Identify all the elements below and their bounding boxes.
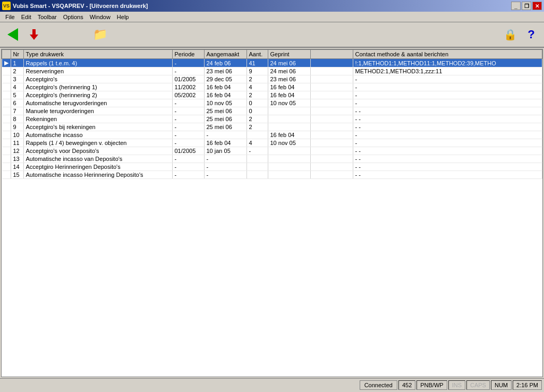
row-aangemaakt: 25 mei 06: [204, 123, 246, 131]
table-row[interactable]: 9Acceptgiro's bij rekeningen-25 mei 062-…: [2, 123, 542, 131]
row-periode: -: [172, 139, 204, 147]
col-geprint: Geprint: [268, 50, 310, 59]
row-indicator: [2, 83, 11, 91]
row-geprint: [268, 155, 310, 163]
folder-icon: 📁: [93, 28, 107, 41]
row-geprint-label: [310, 131, 353, 139]
col-aangemaakt: Aangemaakt: [204, 50, 246, 59]
row-contact: - -: [353, 107, 542, 115]
menu-bar: File Edit Toolbar Options Window Help: [0, 12, 544, 22]
row-periode: -: [172, 123, 204, 131]
row-geprint-label: [310, 123, 353, 131]
row-indicator: [2, 99, 11, 107]
table-row[interactable]: 12Acceptgiro's voor Deposito's01/200510 …: [2, 147, 542, 155]
status-code: 452: [398, 380, 415, 390]
row-periode: -: [172, 115, 204, 123]
row-indicator: [2, 67, 11, 75]
row-periode: -: [172, 163, 204, 171]
status-ins: INS: [448, 380, 465, 390]
row-geprint-label: [310, 163, 353, 171]
status-caps: CAPS: [466, 380, 490, 390]
row-geprint: 24 mei 06: [268, 67, 310, 75]
table-row[interactable]: ▶1Rappels (1 t.e.m. 4)-24 feb 064124 mei…: [2, 59, 542, 67]
row-type: Acceptgiro's (herinnering 1): [23, 83, 172, 91]
row-contact: - -: [353, 123, 542, 131]
row-periode: -: [172, 107, 204, 115]
row-geprint: [268, 123, 310, 131]
row-type: Rappels (1 t.e.m. 4): [23, 59, 172, 67]
download-button[interactable]: [24, 25, 44, 44]
row-nr: 4: [11, 83, 23, 91]
menu-options[interactable]: Options: [60, 13, 87, 21]
row-indicator: [2, 139, 11, 147]
help-button[interactable]: ?: [522, 25, 541, 44]
row-type: Rekeningen: [23, 115, 172, 123]
row-nr: 14: [11, 163, 23, 171]
col-periode: Periode: [172, 50, 204, 59]
row-periode: 11/2002: [172, 83, 204, 91]
row-geprint: 16 feb 04: [268, 91, 310, 99]
table-row[interactable]: 4Acceptgiro's (herinnering 1)11/200216 f…: [2, 83, 542, 91]
table-row[interactable]: 8Rekeningen-25 mei 062- -: [2, 115, 542, 123]
menu-help[interactable]: Help: [114, 13, 132, 21]
menu-file[interactable]: File: [2, 13, 18, 21]
row-indicator: [2, 115, 11, 123]
minimize-button[interactable]: _: [511, 2, 521, 10]
row-aant: 4: [246, 139, 268, 147]
menu-window[interactable]: Window: [87, 13, 114, 21]
back-button[interactable]: [3, 25, 22, 44]
row-type: Automatische incasso Herinnering Deposit…: [23, 171, 172, 179]
row-nr: 9: [11, 123, 23, 131]
row-contact: -: [353, 99, 542, 107]
status-time: 2:16 PM: [513, 380, 542, 390]
col-contact: Contact methode & aantal berichten: [353, 50, 542, 59]
row-aangemaakt: 10 jan 05: [204, 147, 246, 155]
table-row[interactable]: 7Manuele terugvorderingen-25 mei 060- -: [2, 107, 542, 115]
row-geprint-label: [310, 67, 353, 75]
row-contact: !:1,METHOD1:1,METHOD11:1,METHOD2:39,METH…: [353, 59, 542, 67]
table-row[interactable]: 15Automatische incasso Herinnering Depos…: [2, 171, 542, 179]
table-row[interactable]: 14Acceptgiro Herinneringen Deposito's---…: [2, 163, 542, 171]
table-row[interactable]: 11Rappels (1 / 4) bewegingen v. objecten…: [2, 139, 542, 147]
status-mode: PNB/WP: [416, 380, 447, 390]
table-row[interactable]: 2Reserveringen-23 mei 06924 mei 06METHOD…: [2, 67, 542, 75]
menu-edit[interactable]: Edit: [18, 13, 35, 21]
row-nr: 2: [11, 67, 23, 75]
close-button[interactable]: ✕: [532, 2, 542, 10]
row-aant: -: [246, 147, 268, 155]
row-geprint: [268, 147, 310, 155]
table-row[interactable]: 6Automatische terugvorderingen-10 nov 05…: [2, 99, 542, 107]
row-geprint: 10 nov 05: [268, 139, 310, 147]
table-row[interactable]: 5Acceptgiro's (herinnering 2)05/200216 f…: [2, 91, 542, 99]
row-aangemaakt: -: [204, 131, 246, 139]
row-indicator: [2, 147, 11, 155]
table-row[interactable]: 13Automatische incasso van Deposito's---…: [2, 155, 542, 163]
row-aangemaakt: -: [204, 171, 246, 179]
row-periode: 01/2005: [172, 75, 204, 83]
row-contact: METHOD2:1,METHOD3:1,zzz:11: [353, 67, 542, 75]
lock-button[interactable]: 🔒: [500, 25, 520, 44]
col-nr: Nr: [11, 50, 23, 59]
table-row[interactable]: 10Automatische incasso--16 feb 04-: [2, 131, 542, 139]
row-aant: 2: [246, 123, 268, 131]
table-row[interactable]: 3Acceptgiro's01/200529 dec 05223 mei 06-: [2, 75, 542, 83]
row-contact: -: [353, 91, 542, 99]
row-geprint-label: [310, 99, 353, 107]
row-aant: [246, 163, 268, 171]
menu-toolbar[interactable]: Toolbar: [35, 13, 60, 21]
row-indicator: [2, 131, 11, 139]
toolbar: 📁 🔒 ?: [0, 22, 544, 48]
row-type: Reserveringen: [23, 67, 172, 75]
row-aant: 2: [246, 91, 268, 99]
folder-button[interactable]: 📁: [90, 25, 109, 44]
download-icon: [30, 29, 38, 40]
row-nr: 3: [11, 75, 23, 83]
row-indicator: [2, 155, 11, 163]
restore-button[interactable]: ❐: [522, 2, 531, 10]
row-periode: -: [172, 171, 204, 179]
row-aangemaakt: 16 feb 04: [204, 139, 246, 147]
row-aant: [246, 131, 268, 139]
row-contact: - -: [353, 163, 542, 171]
row-type: Acceptgiro Herinneringen Deposito's: [23, 163, 172, 171]
row-aangemaakt: 24 feb 06: [204, 59, 246, 67]
